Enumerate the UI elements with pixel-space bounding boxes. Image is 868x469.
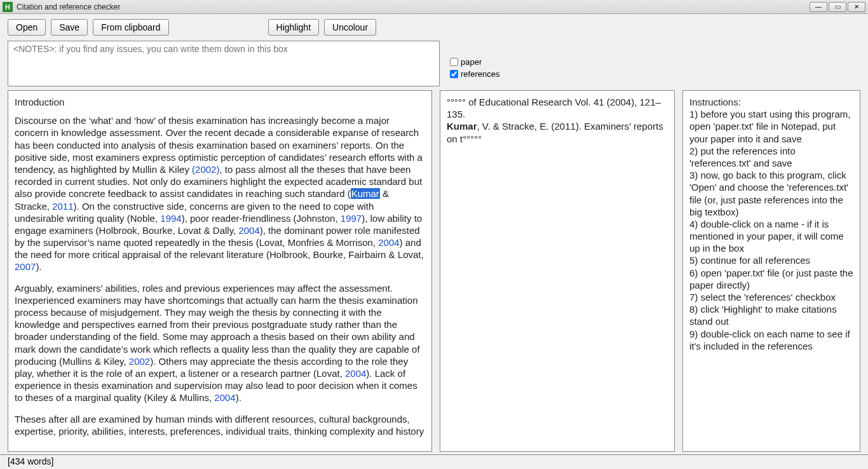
open-button[interactable]: Open bbox=[8, 19, 46, 36]
notes-input[interactable] bbox=[8, 41, 440, 86]
references-panel[interactable]: °°°°° of Educational Research Vol. 41 (2… bbox=[440, 90, 675, 452]
references-checkbox-label[interactable]: references bbox=[450, 69, 860, 79]
references-checkbox[interactable] bbox=[450, 70, 458, 78]
citation-year: 2004 bbox=[378, 237, 399, 248]
reference-line: °°°°° of Educational Research Vol. 41 (2… bbox=[447, 96, 668, 120]
toolbar: Open Save From clipboard Highlight Uncol… bbox=[0, 14, 868, 41]
maximize-button[interactable]: ▭ bbox=[829, 2, 846, 12]
instruction-item: 7) select the 'references' checkbox bbox=[689, 291, 853, 303]
paper-panel[interactable]: Introduction Discourse on the ‘what’ and… bbox=[8, 90, 432, 452]
paper-paragraph-2: Arguably, examiners’ abilities, roles an… bbox=[15, 282, 425, 404]
instruction-item: 2) put the references into 'references.t… bbox=[689, 145, 853, 169]
save-button[interactable]: Save bbox=[51, 19, 88, 36]
instructions-panel: Instructions: 1) before you start using … bbox=[682, 90, 860, 452]
instruction-item: 5) continue for all references bbox=[689, 254, 853, 266]
highlighted-author[interactable]: Kumar bbox=[351, 188, 380, 199]
minimize-button[interactable]: — bbox=[810, 2, 827, 12]
citation-year: 1994 bbox=[160, 213, 181, 224]
app-icon: H bbox=[3, 2, 13, 12]
citation-year: 2004 bbox=[214, 392, 235, 403]
titlebar: H Citation and reference checker — ▭ ✕ bbox=[0, 0, 868, 14]
reference-author[interactable]: Kumar bbox=[447, 121, 477, 132]
uncolour-button[interactable]: Uncolour bbox=[324, 19, 376, 36]
citation-year: (2002) bbox=[192, 164, 219, 175]
paper-checkbox-label[interactable]: paper bbox=[450, 57, 860, 67]
paper-paragraph-1: Discourse on the ‘what’ and ‘how’ of the… bbox=[15, 114, 425, 273]
instruction-item: 4) double-click on a name - if it is men… bbox=[689, 218, 853, 255]
checkbox-group: paper references bbox=[447, 55, 860, 86]
paper-heading: Introduction bbox=[15, 96, 425, 108]
citation-year: 2002 bbox=[129, 356, 150, 367]
from-clipboard-button[interactable]: From clipboard bbox=[93, 19, 168, 36]
status-bar: [434 words] bbox=[0, 454, 868, 469]
window-title: Citation and reference checker bbox=[17, 3, 810, 11]
highlight-button[interactable]: Highlight bbox=[268, 19, 319, 36]
instruction-item: 1) before you start using this program, … bbox=[689, 108, 853, 145]
citation-year: 1997 bbox=[341, 213, 362, 224]
citation-year: 2007 bbox=[15, 261, 36, 272]
paper-checkbox-text: paper bbox=[461, 57, 482, 67]
instruction-item: 9) double-click on each name to see if i… bbox=[689, 328, 853, 352]
instruction-item: 6) open 'paper.txt' file (or just paste … bbox=[689, 267, 853, 291]
citation-year: 2004 bbox=[238, 225, 259, 236]
citation-year: 2004 bbox=[345, 368, 366, 379]
paper-paragraph-3: Theses after all are examined by human m… bbox=[15, 413, 425, 437]
close-button[interactable]: ✕ bbox=[848, 2, 865, 12]
instruction-item: 3) now, go back to this program, click '… bbox=[689, 169, 853, 218]
references-checkbox-text: references bbox=[461, 69, 499, 79]
citation-year: 2011 bbox=[52, 201, 73, 212]
instructions-title: Instructions: bbox=[689, 96, 853, 108]
reference-line: Kumar, V. & Stracke, E. (2011). Examiner… bbox=[447, 120, 668, 144]
paper-checkbox[interactable] bbox=[450, 58, 458, 66]
instruction-item: 8) click 'Highlight' to make citations s… bbox=[689, 303, 853, 327]
